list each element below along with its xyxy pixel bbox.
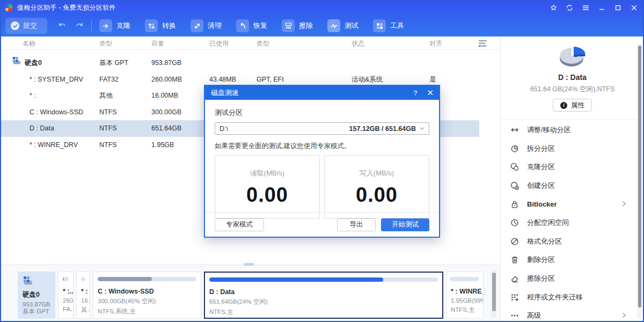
toolbar-erase-button[interactable]: 擦除	[282, 19, 313, 32]
close-button[interactable]	[626, 1, 642, 14]
undo-button[interactable]	[56, 19, 69, 32]
header-2: 容量	[151, 39, 164, 48]
submit-label: 提交	[23, 21, 37, 31]
partition-block-1[interactable]: * :16....其...	[76, 272, 90, 319]
sidebar-item-label: 调整/移动分区	[527, 125, 571, 135]
column-settings-icon[interactable]	[478, 39, 488, 49]
submit-button[interactable]: 提交	[5, 18, 47, 34]
properties-button[interactable]: i 属性	[553, 99, 592, 112]
star-button[interactable]	[545, 1, 561, 14]
cell-name: D : Data	[30, 120, 54, 137]
toolbar-clone-label: 克隆	[116, 21, 130, 31]
partition-size: 260...	[63, 297, 69, 304]
menu-button[interactable]	[577, 1, 594, 14]
sidebar-item-create[interactable]: 创建分区	[501, 177, 644, 195]
sidebar-item-clone[interactable]: 克隆分区	[501, 158, 644, 177]
partition-block-4[interactable]: * : WINRE_...1.95GB(99%...NTFS,主	[446, 272, 484, 319]
toolbar-erase-label: 擦除	[299, 21, 313, 31]
disk-speed-test-dialog: 磁盘测速 ? ✕ 测试分区 D:\ 157.12GB / 651.64GB 如果…	[204, 85, 440, 238]
partition-block-2[interactable]: C : Windows-SSD300.00GB(45% 空闲)NTFS,系统,主	[93, 272, 201, 319]
partition-block-3[interactable]: D : Data651.64GB(24% 空闲)NTFS,主	[204, 272, 443, 319]
test-icon	[327, 19, 340, 32]
partition-info: 651.64 GB(24% 空闲),NTFS	[501, 85, 644, 94]
header-6: 对齐	[429, 39, 442, 48]
sync-button[interactable]	[561, 1, 577, 14]
cell-type: NTFS	[99, 120, 117, 137]
toolbar-test-button[interactable]: 测试	[327, 19, 358, 32]
toolbar-tools: 克隆转换清理恢复擦除测试工具	[99, 19, 419, 32]
cell-capacity: 300.00GB	[151, 104, 181, 121]
toolbar-clean-label: 清理	[208, 21, 222, 31]
free-space-slice	[562, 47, 586, 63]
toolbar-restore-button[interactable]: 恢复	[236, 19, 267, 32]
partition-fs: NTFS,主	[451, 306, 479, 314]
help-icon[interactable]: ?	[413, 89, 417, 97]
usage-pie-chart	[559, 45, 587, 70]
toolbar-tools-button[interactable]: 工具	[373, 19, 404, 32]
sidebar-item-label: 创建分区	[527, 181, 555, 191]
redo-button[interactable]	[73, 19, 86, 32]
format-icon	[509, 236, 520, 247]
sidebar-item-label: 分配空闲空间	[527, 218, 569, 228]
sidebar-scrollbar-thumb[interactable]	[638, 46, 641, 308]
sidebar-item-bitlocker[interactable]: Bitlocker	[501, 195, 644, 214]
minimize-button[interactable]	[594, 1, 610, 14]
cell-name: * : WINRE_DRV	[30, 137, 78, 153]
eraser-icon	[509, 273, 520, 284]
dialog-titlebar[interactable]: 磁盘测速 ? ✕	[205, 86, 439, 100]
toolbar-clean-button[interactable]: 清理	[191, 19, 222, 32]
close-icon	[631, 4, 638, 11]
sidebar-item-advanced[interactable]: 高级	[501, 306, 644, 322]
partition-size: 651.64GB(24% 空闲)	[209, 298, 438, 306]
sidebar-item-label: 擦除分区	[527, 274, 555, 283]
cell-type: NTFS	[99, 137, 117, 153]
start-test-button[interactable]: 开始测试	[381, 218, 429, 231]
sidebar-item-label: 程序或文件夹迁移	[527, 292, 583, 302]
partition-select[interactable]: D:\ 157.12GB / 651.64GB	[215, 122, 429, 135]
header-3: 已使用	[209, 39, 229, 48]
expert-mode-button[interactable]: 专家模式	[215, 218, 264, 231]
disk-map-scrollbar-thumb[interactable]	[492, 273, 496, 311]
sidebar-item-allocate-free[interactable]: 分配空闲空间	[501, 214, 644, 232]
sidebar-item-split[interactable]: 拆分分区	[501, 140, 644, 158]
header-5: 状态	[352, 39, 364, 48]
cell-capacity: 260.00MB	[151, 71, 182, 88]
sidebar-item-resize-move[interactable]: 调整/移动分区	[501, 121, 644, 140]
toolbar-convert-label: 转换	[162, 21, 176, 31]
sidebar-item-migrate[interactable]: 程序或文件夹迁移	[501, 288, 644, 306]
erase-icon	[282, 19, 295, 32]
partition-summary: D : Data 651.64 GB(24% 空闲),NTFS i 属性	[501, 36, 644, 112]
restore-icon	[236, 19, 249, 32]
partition-size: 1.95GB(99%...	[451, 297, 479, 304]
cell-capacity: 16.00MB	[151, 87, 178, 104]
sidebar-item-format[interactable]: 格式化分区	[501, 232, 644, 251]
cell-name: C : Windows-SSD	[30, 104, 83, 121]
toolbar-test-label: 测试	[345, 21, 358, 31]
usage-bar	[63, 277, 69, 281]
maximize-button[interactable]	[610, 1, 626, 14]
lock-icon	[509, 199, 520, 210]
usage-bar-fill	[209, 277, 383, 282]
partition-name: * :	[81, 288, 85, 295]
read-speed-label: 读取(MB/s)	[215, 169, 319, 178]
partition-name: * :...	[63, 288, 69, 295]
convert-icon	[145, 19, 158, 32]
cell-name: 硬盘0	[25, 55, 42, 71]
disk-map: 硬盘0953.87GB基本 GPT* :...260...FA...* :16.…	[18, 272, 484, 319]
partition-block-0[interactable]: * :...260...FA...	[58, 272, 74, 319]
sidebar-item-wipe[interactable]: 擦除分区	[501, 269, 644, 288]
close-icon[interactable]: ✕	[427, 88, 434, 98]
disk-summary-card[interactable]: 硬盘0953.87GB基本 GPT	[18, 272, 55, 319]
sync-icon	[566, 4, 573, 11]
partition-name: D : Data	[501, 73, 644, 82]
titlebar[interactable]: 傲梅分区助手 - 免费无损分区软件	[0, 0, 644, 15]
cell-type: FAT32	[99, 71, 119, 88]
cell-type: NTFS	[99, 104, 117, 121]
toolbar-clone-button[interactable]: 克隆	[99, 19, 130, 32]
table-row-disk[interactable]: 硬盘0基本 GPT953.87GB	[0, 55, 479, 71]
collapse-handle[interactable]	[244, 263, 254, 266]
export-button[interactable]: 导出	[337, 218, 376, 231]
dialog-title: 磁盘测速	[211, 88, 239, 98]
sidebar-item-delete[interactable]: 删除分区	[501, 251, 644, 269]
toolbar-convert-button[interactable]: 转换	[145, 19, 176, 32]
